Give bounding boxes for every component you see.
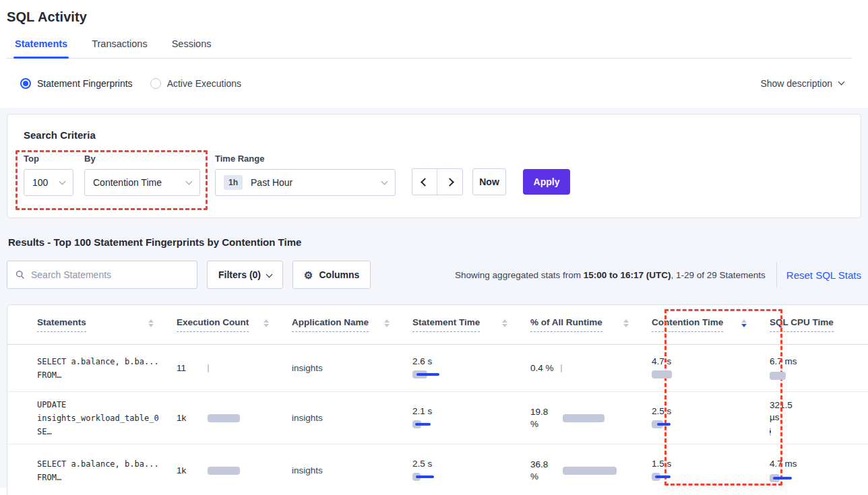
- show-description-label: Show description: [760, 78, 832, 89]
- search-criteria-heading: Search Criteria: [7, 114, 861, 141]
- pct-runtime-cell: 36.8 %: [530, 459, 652, 483]
- sql-cpu-time-bar: [770, 426, 834, 437]
- column-header-statement-time[interactable]: Statement Time: [412, 317, 530, 332]
- by-value: Contention Time: [93, 177, 162, 188]
- top-control: Top 100: [24, 154, 73, 196]
- statement-time-cell: 2.1 s: [412, 406, 530, 430]
- contention-time-cell: 1.5 s: [652, 459, 770, 482]
- top-value: 100: [32, 177, 48, 188]
- tab-transactions[interactable]: Transactions: [90, 38, 148, 58]
- pct-runtime-bar: [561, 363, 625, 374]
- statements-table: Statements Execution Count Application N…: [7, 304, 868, 495]
- by-select[interactable]: Contention Time: [84, 169, 200, 196]
- pct-runtime-cell: 0.4 %: [530, 362, 652, 374]
- radio-label: Statement Fingerprints: [37, 78, 133, 89]
- chevron-down-icon: [186, 178, 193, 185]
- view-toggle-band: Statement Fingerprints Active Executions…: [0, 59, 868, 108]
- columns-button[interactable]: ⚙ Columns: [292, 261, 371, 289]
- by-label: By: [84, 154, 200, 164]
- chevron-left-icon: [421, 178, 429, 187]
- sort-icon: [264, 319, 269, 331]
- radio-selected-icon: [20, 78, 31, 89]
- search-statements-input[interactable]: [31, 269, 189, 280]
- time-range-badge: 1h: [224, 175, 243, 190]
- statement-time-cell: 2.5 s: [412, 459, 530, 482]
- search-criteria-card: Search Criteria Top 100 By Contention Ti…: [7, 114, 861, 218]
- sql-cpu-time-cell: 6.7 ms: [770, 356, 868, 381]
- sql-cpu-time-bar: [770, 370, 834, 381]
- application-name-cell: insights: [292, 413, 412, 423]
- gear-icon: ⚙: [304, 270, 313, 280]
- next-time-button[interactable]: [437, 169, 462, 195]
- radio-active-executions[interactable]: Active Executions: [150, 78, 242, 89]
- column-header-application-name[interactable]: Application Name: [292, 317, 412, 332]
- top-label: Top: [24, 154, 73, 164]
- column-header-pct-runtime[interactable]: % of All Runtime: [530, 317, 652, 332]
- search-statements-box: [7, 261, 197, 289]
- statement-link[interactable]: SELECT a.balance, b.ba... FROM…: [7, 355, 177, 382]
- sort-icon: [148, 319, 154, 331]
- tab-bar: Statements Transactions Sessions: [7, 38, 852, 59]
- previous-time-button[interactable]: [412, 169, 437, 195]
- time-range-control: Time Range 1h Past Hour: [215, 154, 396, 196]
- sort-icon-active-desc: [741, 319, 747, 331]
- radio-statement-fingerprints[interactable]: Statement Fingerprints: [20, 78, 133, 89]
- search-icon: [16, 270, 25, 279]
- statement-link[interactable]: UPDATE insights_workload_table_0 SE…: [7, 398, 177, 438]
- chevron-down-icon: [838, 79, 845, 86]
- sort-icon: [623, 319, 629, 331]
- chevron-right-icon: [445, 178, 454, 187]
- chevron-down-icon: [59, 178, 66, 185]
- contention-time-cell: 4.7 s: [652, 356, 770, 380]
- application-name-cell: insights: [292, 363, 412, 373]
- radio-label: Active Executions: [167, 78, 242, 89]
- top-select[interactable]: 100: [24, 169, 73, 196]
- contention-time-bar: [652, 471, 716, 482]
- sort-icon: [502, 319, 507, 331]
- by-control: By Contention Time: [84, 154, 200, 196]
- table-row[interactable]: UPDATE insights_workload_table_0 SE… 1k …: [7, 392, 868, 444]
- now-button[interactable]: Now: [472, 168, 506, 195]
- time-range-value: Past Hour: [251, 177, 292, 188]
- sql-cpu-time-cell: 321.5 µs: [770, 399, 868, 437]
- apply-button[interactable]: Apply: [523, 169, 570, 195]
- contention-time-cell: 2.5 s: [652, 406, 770, 430]
- table-body: SELECT a.balance, b.ba... FROM… 11 insig…: [7, 345, 868, 495]
- execution-count-cell: 1k: [177, 413, 292, 424]
- column-header-contention-time[interactable]: Contention Time: [652, 317, 770, 332]
- reset-sql-stats-link[interactable]: Reset SQL Stats: [786, 269, 861, 281]
- contention-time-bar: [652, 369, 716, 380]
- time-range-arrows: [412, 168, 463, 195]
- show-description-toggle[interactable]: Show description: [760, 78, 844, 89]
- table-row[interactable]: SELECT a.balance, b.ba... FROM… 11 insig…: [7, 345, 868, 392]
- statement-time-bar: [412, 369, 477, 380]
- execution-count-bar: [208, 363, 272, 374]
- pct-runtime-bar: [563, 413, 627, 424]
- execution-count-cell: 1k: [177, 465, 292, 476]
- statement-time-bar: [412, 471, 477, 482]
- statement-link[interactable]: SELECT a.balance, b.ba... FROM…: [7, 457, 177, 484]
- sort-icon: [384, 319, 390, 331]
- tab-statements[interactable]: Statements: [13, 38, 69, 58]
- column-header-statements[interactable]: Statements: [7, 317, 177, 332]
- filters-button[interactable]: Filters (0): [207, 261, 283, 289]
- column-header-execution-count[interactable]: Execution Count: [177, 317, 292, 332]
- aggregated-stats-note: Showing aggregated stats from 15:00 to 1…: [455, 270, 766, 280]
- application-name-cell: insights: [292, 465, 412, 475]
- results-toolbar: Filters (0) ⚙ Columns Showing aggregated…: [7, 261, 861, 289]
- time-range-select[interactable]: 1h Past Hour: [215, 169, 396, 196]
- pct-runtime-bar: [563, 465, 627, 476]
- column-header-sql-cpu-time[interactable]: SQL CPU Time: [770, 317, 868, 332]
- sql-cpu-time-cell: 4.7 ms: [770, 458, 868, 484]
- tab-sessions[interactable]: Sessions: [170, 38, 213, 58]
- execution-count-cell: 11: [177, 363, 292, 374]
- columns-label: Columns: [319, 269, 359, 280]
- filters-label: Filters (0): [218, 269, 261, 280]
- pct-runtime-cell: 19.8 %: [530, 406, 652, 430]
- table-row[interactable]: SELECT a.balance, b.ba... FROM… 1k insig…: [7, 444, 868, 495]
- page-header: SQL Activity Statements Transactions Ses…: [0, 0, 868, 59]
- statement-time-cell: 2.6 s: [412, 356, 530, 380]
- sql-cpu-time-bar: [770, 473, 834, 484]
- time-range-label: Time Range: [215, 154, 396, 164]
- contention-time-bar: [652, 419, 716, 430]
